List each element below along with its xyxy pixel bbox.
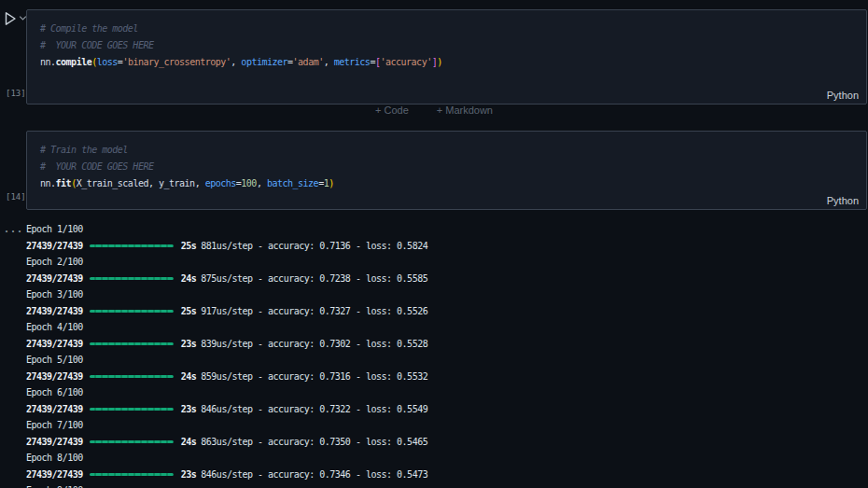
progress-bar bbox=[90, 277, 174, 280]
step-count: 27439/27439 bbox=[26, 271, 83, 287]
epoch-metrics: 846us/step - accuracy: 0.7322 - loss: 0.… bbox=[201, 401, 427, 418]
step-count: 27439/27439 bbox=[26, 303, 83, 320]
cell-run-controls bbox=[4, 11, 27, 26]
epoch-header-line: Epoch 6/100 bbox=[26, 384, 868, 401]
epoch-header-line: Epoch 5/100 bbox=[26, 352, 868, 369]
progress-bar bbox=[90, 342, 174, 345]
step-count: 27439/27439 bbox=[26, 238, 83, 255]
epoch-header-line: Epoch 1/100 bbox=[26, 221, 868, 238]
epoch-time: 23s bbox=[181, 401, 197, 418]
epoch-progress-line: 27439/2743924s859us/step - accuracy: 0.7… bbox=[26, 369, 868, 385]
epoch-metrics: 859us/step - accuracy: 0.7316 - loss: 0.… bbox=[201, 369, 427, 385]
epoch-header-line: Epoch 4/100 bbox=[26, 319, 868, 336]
epoch-progress-line: 27439/2743923s839us/step - accuracy: 0.7… bbox=[26, 336, 868, 353]
epoch-header-line: Epoch 3/100 bbox=[26, 286, 868, 303]
epoch-time: 24s bbox=[181, 369, 197, 385]
epoch-time: 24s bbox=[181, 271, 197, 287]
execution-count: [13] bbox=[6, 89, 26, 98]
progress-bar bbox=[90, 408, 174, 411]
epoch-time: 24s bbox=[181, 434, 197, 451]
output-collapse-ellipsis-icon[interactable]: ... bbox=[4, 221, 23, 238]
epoch-progress-line: 27439/2743925s881us/step - accuracy: 0.7… bbox=[26, 238, 868, 255]
code-cell-train[interactable]: # Train the model# YOUR CODE GOES HEREnn… bbox=[26, 131, 867, 210]
step-count: 27439/27439 bbox=[26, 401, 83, 418]
epoch-progress-line: 27439/2743924s863us/step - accuracy: 0.7… bbox=[26, 434, 868, 451]
epoch-header-line: Epoch 8/100 bbox=[26, 450, 868, 467]
progress-bar bbox=[90, 375, 174, 378]
code-line: # YOUR CODE GOES HERE bbox=[40, 159, 866, 175]
output-lines: Epoch 1/10027439/2743925s881us/step - ac… bbox=[26, 221, 868, 488]
epoch-metrics: 846us/step - accuracy: 0.7346 - loss: 0.… bbox=[201, 467, 427, 483]
epoch-progress-line: 27439/2743923s846us/step - accuracy: 0.7… bbox=[26, 467, 868, 483]
code-line: # YOUR CODE GOES HERE bbox=[40, 37, 866, 54]
epoch-time: 25s bbox=[181, 303, 197, 320]
progress-bar bbox=[90, 473, 174, 476]
epoch-time: 25s bbox=[181, 238, 197, 255]
epoch-time: 23s bbox=[181, 467, 197, 483]
epoch-progress-line: 27439/2743923s846us/step - accuracy: 0.7… bbox=[26, 401, 868, 418]
epoch-header-line: Epoch 7/100 bbox=[26, 417, 868, 434]
step-count: 27439/27439 bbox=[26, 369, 83, 385]
epoch-metrics: 839us/step - accuracy: 0.7302 - loss: 0.… bbox=[201, 336, 427, 353]
step-count: 27439/27439 bbox=[26, 467, 83, 483]
code-editor[interactable]: # Train the model# YOUR CODE GOES HEREnn… bbox=[27, 132, 866, 192]
epoch-metrics: 863us/step - accuracy: 0.7350 - loss: 0.… bbox=[201, 434, 427, 451]
progress-bar bbox=[90, 244, 174, 247]
code-line: # Compile the model bbox=[40, 21, 866, 37]
code-line: nn.fit(X_train_scaled, y_train, epochs=1… bbox=[40, 175, 866, 192]
epoch-metrics: 881us/step - accuracy: 0.7136 - loss: 0.… bbox=[201, 238, 427, 255]
epoch-metrics: 875us/step - accuracy: 0.7238 - loss: 0.… bbox=[201, 271, 427, 287]
epoch-progress-line: 27439/2743924s875us/step - accuracy: 0.7… bbox=[26, 271, 868, 287]
progress-bar bbox=[90, 310, 174, 313]
progress-bar bbox=[90, 440, 174, 443]
step-count: 27439/27439 bbox=[26, 336, 83, 353]
epoch-metrics: 917us/step - accuracy: 0.7327 - loss: 0.… bbox=[201, 303, 427, 320]
code-cell-compile[interactable]: # Compile the model# YOUR CODE GOES HERE… bbox=[26, 9, 867, 105]
code-line: nn.compile(loss='binary_crossentropy', o… bbox=[40, 54, 866, 71]
add-markdown-cell-button[interactable]: + Markdown bbox=[433, 104, 497, 117]
cell-language-picker[interactable]: Python bbox=[827, 195, 859, 206]
run-cell-icon[interactable] bbox=[4, 11, 17, 26]
cell-language-picker[interactable]: Python bbox=[827, 90, 859, 101]
epoch-header-line: Epoch 9/100 bbox=[26, 482, 868, 488]
code-line: # Train the model bbox=[40, 142, 866, 159]
code-editor[interactable]: # Compile the model# YOUR CODE GOES HERE… bbox=[27, 10, 866, 71]
epoch-progress-line: 27439/2743925s917us/step - accuracy: 0.7… bbox=[26, 303, 868, 320]
step-count: 27439/27439 bbox=[26, 434, 83, 451]
epoch-header-line: Epoch 2/100 bbox=[26, 254, 868, 271]
cell-insert-bar: + Code + Markdown bbox=[0, 104, 868, 117]
cell-output-area: ... Epoch 1/10027439/2743925s881us/step … bbox=[0, 221, 868, 488]
add-code-cell-button[interactable]: + Code bbox=[371, 104, 413, 117]
epoch-time: 23s bbox=[181, 336, 197, 353]
execution-count: [14] bbox=[6, 192, 26, 202]
